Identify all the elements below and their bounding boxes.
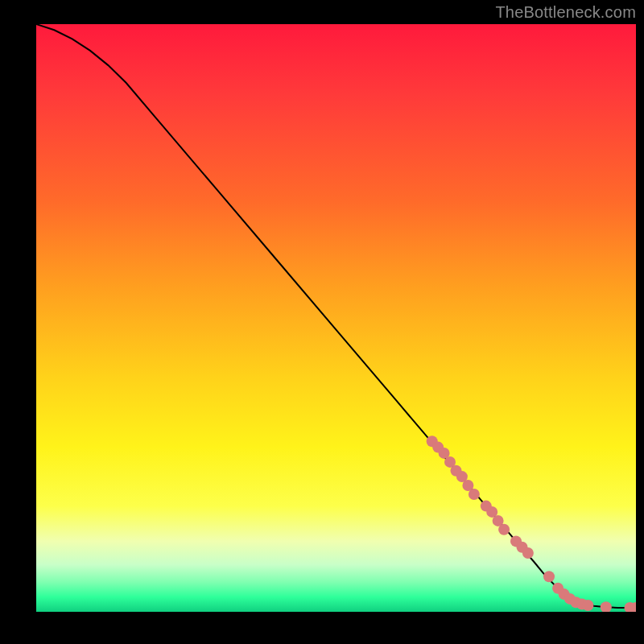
plot-area <box>36 24 636 612</box>
data-point <box>498 524 510 535</box>
gradient-background <box>36 24 636 612</box>
data-point <box>582 600 593 611</box>
chart-frame: TheBottleneck.com <box>0 0 644 644</box>
plot-svg <box>36 24 636 612</box>
data-point <box>469 489 480 500</box>
attribution-label: TheBottleneck.com <box>495 3 636 22</box>
data-point <box>522 547 534 559</box>
data-point <box>543 571 555 582</box>
